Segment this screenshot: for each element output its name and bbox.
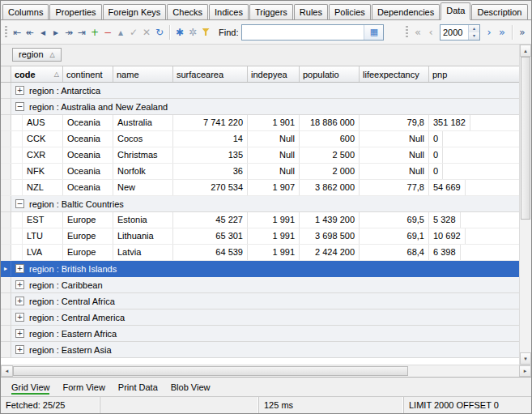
spin-down-icon[interactable]: ▾ [469,32,479,40]
tab-dependencies[interactable]: Dependencies [372,4,440,19]
tab-rules[interactable]: Rules [294,4,328,19]
expand-icon[interactable]: + [15,345,24,354]
group-row[interactable]: +region : Eastern Asia [1,342,519,358]
data-row[interactable]: CCKOceaniaCocos14Null600Null0 [1,131,519,147]
column-header-name[interactable]: name [113,66,173,82]
data-row[interactable]: LTUEuropeLithuania65 3011 9913 698 50069… [1,228,519,245]
cell-code: AUS [23,115,63,130]
next-record-button[interactable]: ▸ [49,24,62,41]
expand-icon[interactable]: + [15,297,24,305]
vertical-scroll-track[interactable] [520,57,531,352]
group-row[interactable]: −region : Baltic Countries [1,196,519,212]
first-page-button[interactable]: « [411,24,424,41]
cell-indepyea: 1 991 [248,245,300,260]
paging-toolbar-grip[interactable] [406,26,408,39]
horizontal-scrollbar[interactable]: ◂ ▸ [1,365,531,377]
view-tab-form-view[interactable]: Form View [56,380,111,395]
group-row[interactable]: ▸+region : British Islands [1,261,519,277]
group-row[interactable]: +region : Caribbean [1,277,519,293]
last-page-button[interactable]: » [496,24,509,41]
horizontal-scroll-thumb[interactable] [13,366,408,376]
group-row[interactable]: +region : Eastern Africa [1,326,519,342]
tab-columns[interactable]: Columns [2,4,49,19]
expand-icon[interactable]: + [15,280,24,289]
tab-properties[interactable]: Properties [49,4,101,19]
group-field-chip[interactable]: region △ [12,48,62,62]
view-tab-print-data[interactable]: Print Data [112,380,164,395]
data-row[interactable]: NZLOceaniaNew270 5341 9073 862 00077,854… [1,180,519,196]
filter-button[interactable] [199,24,212,41]
row-indicator [1,115,11,130]
scroll-right-icon[interactable]: ▸ [519,365,531,377]
vertical-scrollbar[interactable]: ▴ ▾ [519,45,531,365]
view-tab-label: Form View [62,382,104,392]
data-row[interactable]: CXROceaniaChristmas135Null2 500Null0 [1,147,519,164]
find-options-button[interactable]: ▦ [364,25,383,40]
tab-indices[interactable]: Indices [209,4,249,19]
expand-icon[interactable]: + [15,264,24,273]
group-row[interactable]: +region : Central America [1,309,519,326]
cell-populatio: 2 000 [300,164,360,179]
collapse-icon[interactable]: − [15,199,24,208]
view-tab-grid-view[interactable]: Grid View [5,380,56,395]
find-input[interactable] [242,25,364,40]
group-indent [11,212,23,228]
tab-checks[interactable]: Checks [167,4,208,19]
prior-record-button[interactable]: ◂ [36,24,49,41]
horizontal-scroll-track[interactable] [13,365,519,377]
tab-data[interactable]: Data [440,2,470,20]
data-row[interactable]: NFKOceaniaNorfolk36Null2 000Null0 [1,164,519,180]
scroll-up-icon[interactable]: ▴ [520,45,531,57]
tab-policies[interactable]: Policies [329,4,371,19]
edit-record-button[interactable]: ▴ [114,24,127,41]
vertical-scroll-thumb[interactable] [521,57,530,220]
post-edit-button[interactable]: ✓ [127,24,140,41]
toolbar-grip[interactable] [5,26,7,39]
cell-surfacearea: 45 227 [173,212,248,228]
data-row[interactable]: AUSOceaniaAustralia7 741 2201 90118 886 … [1,115,519,131]
data-row[interactable]: LVAEuropeLatvia64 5391 9912 424 20068,46… [1,245,519,261]
expand-icon[interactable]: + [15,329,24,338]
column-header-code[interactable]: code△ [11,66,63,82]
column-header-pnp[interactable]: pnp [429,66,519,82]
tab-triggers[interactable]: Triggers [249,4,293,19]
column-header-surfacearea[interactable]: surfacearea [173,66,248,82]
prior-page-button[interactable]: ↞ [23,24,36,41]
status-message [100,397,259,413]
scroll-down-icon[interactable]: ▾ [520,352,531,365]
spin-up-icon[interactable]: ▴ [469,25,479,32]
prior-page-set-icon: ‹ [428,26,432,38]
cancel-edit-button[interactable]: ✕ [140,24,153,41]
show-all-button[interactable]: ✱ [173,24,186,41]
record-limit-input[interactable] [440,25,468,40]
insert-record-button[interactable]: + [88,24,101,41]
next-page-set-button[interactable]: › [483,24,496,41]
first-record-button[interactable]: ⇤ [11,24,23,41]
status-bar: Fetched: 25/25 125 ms LIMIT 2000 OFFSET … [1,396,531,413]
next-page-button[interactable]: ↠ [62,24,75,41]
column-header-continent[interactable]: continent [63,66,113,82]
scroll-left-icon[interactable]: ◂ [1,365,13,377]
last-record-button[interactable]: ⇥ [75,24,88,41]
delete-record-button[interactable]: − [101,24,114,41]
locate-button[interactable]: ✲ [186,24,199,41]
view-tab-blob-view[interactable]: Blob View [164,380,217,395]
expand-icon[interactable]: + [15,86,24,95]
column-header-indepyea[interactable]: indepyea [248,66,300,82]
tab-foreign-keys[interactable]: Foreign Keys [103,4,167,19]
column-header-populatio[interactable]: populatio [300,66,360,82]
refresh-button[interactable]: ↻ [153,24,166,41]
expand-icon[interactable]: + [15,313,24,322]
group-row[interactable]: +region : Antarctica [1,83,519,99]
collapse-icon[interactable]: − [15,102,24,111]
group-row[interactable]: −region : Australia and New Zealand [1,99,519,115]
data-row[interactable]: ESTEuropeEstonia45 2271 9911 439 20069,5… [1,212,519,228]
group-row[interactable]: +region : Central Africa [1,293,519,309]
prior-page-set-button[interactable]: ‹ [424,24,437,41]
filter-buttons: ✱✲ [173,24,212,41]
column-header-lifeexpectancy[interactable]: lifeexpectancy [360,66,429,82]
tab-description[interactable]: Description [471,4,527,19]
toolbar-overflow-button[interactable]: » [516,24,529,41]
view-tab-label: Print Data [118,382,158,392]
cell-name: Australia [113,115,173,130]
